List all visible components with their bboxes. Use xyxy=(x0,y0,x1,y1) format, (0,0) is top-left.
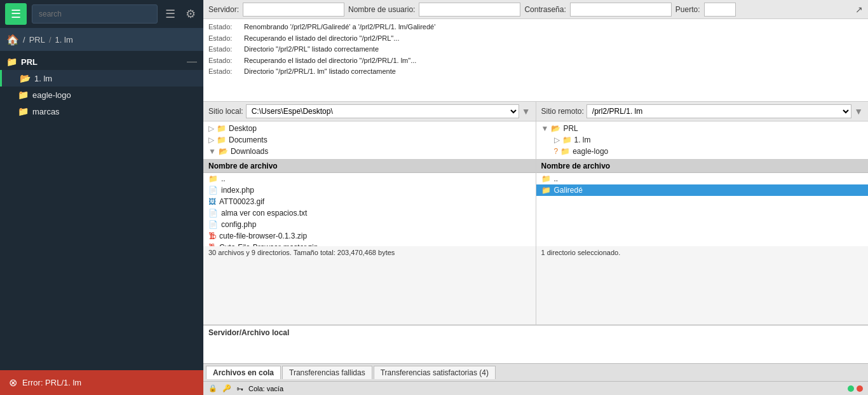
list-icon[interactable]: ☰ xyxy=(163,4,178,24)
settings-icon[interactable]: ⚙ xyxy=(183,4,198,24)
remote-pane-header: Sitio remoto: /prl2/PRL/1. lm ▼ xyxy=(536,102,869,121)
expand-arrow-icon[interactable]: ↗ xyxy=(855,4,863,15)
nombre-usuario-label: Nombre de usuario: xyxy=(348,5,415,14)
remote-pane: Sitio remoto: /prl2/PRL/1. lm ▼ ▼ 📂 PRL … xyxy=(536,102,869,324)
folder-eagle-icon: 📁 xyxy=(18,90,29,100)
local-file-config[interactable]: 📄 config.php xyxy=(203,219,536,230)
remote-dir-prl[interactable]: ▼ 📂 PRL xyxy=(536,123,869,134)
log-label-1: Estado: xyxy=(208,33,240,45)
local-dir-desktop[interactable]: ▷ 📁 Desktop xyxy=(203,123,536,134)
local-dir-documents[interactable]: ▷ 📁 Documents xyxy=(203,134,536,146)
tree-1lm-label: 1. lm xyxy=(34,74,52,83)
bottom-tabs: Archivos en cola Transferencias fallidas… xyxy=(203,363,868,381)
top-bar: ☰ ☰ ⚙ xyxy=(0,0,203,28)
error-message: Error: PRL/1. lm xyxy=(22,378,81,387)
transfer-log-label: Servidor/Archivo local xyxy=(208,328,863,337)
remote-files-header-label: Nombre de archivo xyxy=(541,162,611,170)
servidor-input[interactable] xyxy=(243,3,344,17)
local-path-dropdown-icon[interactable]: ▼ xyxy=(522,106,531,116)
remote-path-dropdown-icon[interactable]: ▼ xyxy=(854,106,863,116)
local-file-cute-master[interactable]: 🗜 Cute-File-Browser-master.zip xyxy=(203,242,536,246)
tab-transferencias-satisfactorias[interactable]: Transferencias satisfactorias (4) xyxy=(374,366,496,379)
tree-item-eagle-logo[interactable]: 📁 eagle-logo xyxy=(0,87,203,103)
tree-item-1lm[interactable]: 📂 1. lm xyxy=(0,70,203,87)
local-file-config-name: config.php xyxy=(221,220,256,229)
tree-prl-label: PRL xyxy=(21,57,37,67)
menu-button[interactable]: ☰ xyxy=(5,3,27,25)
error-panel: ⊗ Error: PRL/1. lm xyxy=(0,370,203,395)
remote-dir-1lm-expand-icon: ▷ xyxy=(554,135,560,144)
file-browsers: Sitio local: C:\Users\Espe\Desktop\ ▼ ▷ … xyxy=(203,102,868,325)
local-file-index[interactable]: 📄 index.php xyxy=(203,184,536,196)
tab-archivos-en-cola[interactable]: Archivos en cola xyxy=(206,366,281,379)
local-dir-documents-label: Documents xyxy=(229,135,268,144)
local-file-cute-zip[interactable]: 🗜 cute-file-browser-0.1.3.zip xyxy=(203,230,536,242)
key-icon: 🗝 xyxy=(236,385,243,392)
local-dir-downloads[interactable]: ▼ 📂 Downloads xyxy=(203,146,536,157)
tree-area: 📁 PRL — 📂 1. lm 📁 eagle-logo 📁 marcas xyxy=(0,51,203,370)
puerto-input[interactable] xyxy=(704,3,736,17)
local-file-index-icon: 📄 xyxy=(208,186,218,195)
local-file-dotdot-name: .. xyxy=(221,174,226,183)
local-file-dotdot[interactable]: 📁 .. xyxy=(203,173,536,184)
contrasena-input[interactable] xyxy=(570,3,672,17)
connection-bar: Servidor: Nombre de usuario: Contraseña:… xyxy=(203,0,868,19)
nombre-usuario-input[interactable] xyxy=(419,3,520,17)
remote-file-dotdot-icon: 📁 xyxy=(541,174,551,183)
remote-dir-eagle-label: eagle-logo xyxy=(573,147,608,156)
breadcrumb-1lm[interactable]: 1. lm xyxy=(55,35,73,45)
tree-item-marcas[interactable]: 📁 marcas xyxy=(0,103,203,120)
status-dots xyxy=(848,385,863,392)
remote-file-dotdot[interactable]: 📁 .. xyxy=(536,173,869,184)
local-files-header-label: Nombre de archivo xyxy=(208,162,278,170)
log-line-4: Estado: Directorio "/prl2/PRL/1. lm" lis… xyxy=(208,66,863,78)
local-path-select[interactable]: C:\Users\Espe\Desktop\ xyxy=(246,104,519,118)
local-dir-desktop-icon: 📁 xyxy=(217,124,226,133)
local-file-att[interactable]: 🖼 ATT00023.gif xyxy=(203,196,536,207)
local-file-cute-zip-icon: 🗜 xyxy=(208,232,216,240)
transfer-log: Servidor/Archivo local xyxy=(203,325,868,363)
remote-dir-prl-icon: 📂 xyxy=(551,124,560,133)
remote-label: Sitio remoto: xyxy=(541,107,584,116)
search-input[interactable] xyxy=(32,4,158,24)
tab-transferencias-fallidas[interactable]: Transferencias fallidas xyxy=(282,366,372,379)
folder-1lm-icon: 📂 xyxy=(20,73,31,83)
tree-marcas-label: marcas xyxy=(32,107,60,116)
local-file-list: 📁 .. 📄 index.php 🖼 ATT00023.gif 📄 alma v… xyxy=(203,173,536,246)
folder-marcas-icon: 📁 xyxy=(18,106,29,116)
lock-icon: 🔒 xyxy=(208,384,217,392)
log-line-2: Estado: Directorio "/prl2/PRL" listado c… xyxy=(208,44,863,55)
local-file-alma[interactable]: 📄 alma ver con espacios.txt xyxy=(203,207,536,219)
remote-file-galiredé-icon: 📁 xyxy=(541,186,551,195)
remote-dir-tree: ▼ 📂 PRL ▷ 📁 1. lm ? 📁 eagle-logo ? 📁 xyxy=(536,121,869,160)
log-label-4: Estado: xyxy=(208,66,240,78)
home-icon[interactable]: 🏠 xyxy=(6,34,19,46)
servidor-label: Servidor: xyxy=(208,5,239,14)
local-dir-downloads-expand-icon: ▼ xyxy=(208,147,216,156)
local-file-alma-icon: 📄 xyxy=(208,209,218,218)
local-pane-header: Sitio local: C:\Users\Espe\Desktop\ ▼ xyxy=(203,102,536,121)
log-text-2: Directorio "/prl2/PRL" listado correctam… xyxy=(244,44,379,55)
breadcrumb: 🏠 / PRL / 1. lm xyxy=(0,28,203,51)
tree-item-prl[interactable]: 📁 PRL — xyxy=(0,53,203,70)
local-file-index-name: index.php xyxy=(221,186,254,195)
breadcrumb-prl[interactable]: PRL xyxy=(29,35,45,45)
log-label-2: Estado: xyxy=(208,44,240,55)
folder-prl-icon: 📁 xyxy=(6,57,17,67)
cert-icon: 🔑 xyxy=(222,384,231,392)
local-status-bar: 30 archivos y 9 directorios. Tamaño tota… xyxy=(203,246,536,324)
local-label: Sitio local: xyxy=(208,107,243,116)
right-panel: Servidor: Nombre de usuario: Contraseña:… xyxy=(203,0,868,395)
log-label-3: Estado: xyxy=(208,55,240,67)
local-file-att-icon: 🖼 xyxy=(208,197,216,206)
remote-file-galiredé[interactable]: 📁 Galiredé xyxy=(536,184,869,196)
remote-path-select[interactable]: /prl2/PRL/1. lm xyxy=(587,104,851,118)
log-text-0: Renombrando '/prl2/PRL/Galiredé' a '/prl… xyxy=(244,22,435,33)
remote-dir-eagle[interactable]: ? 📁 eagle-logo xyxy=(536,146,869,157)
remote-dir-1lm[interactable]: ▷ 📁 1. lm xyxy=(536,134,869,146)
local-dir-documents-expand-icon: ▷ xyxy=(208,135,214,144)
local-status-text: 30 archivos y 9 directorios. Tamaño tota… xyxy=(208,249,395,256)
log-text-3: Recuperando el listado del directorio "/… xyxy=(244,55,416,67)
breadcrumb-sep1: / xyxy=(23,35,25,45)
minimize-btn[interactable]: — xyxy=(187,57,197,67)
